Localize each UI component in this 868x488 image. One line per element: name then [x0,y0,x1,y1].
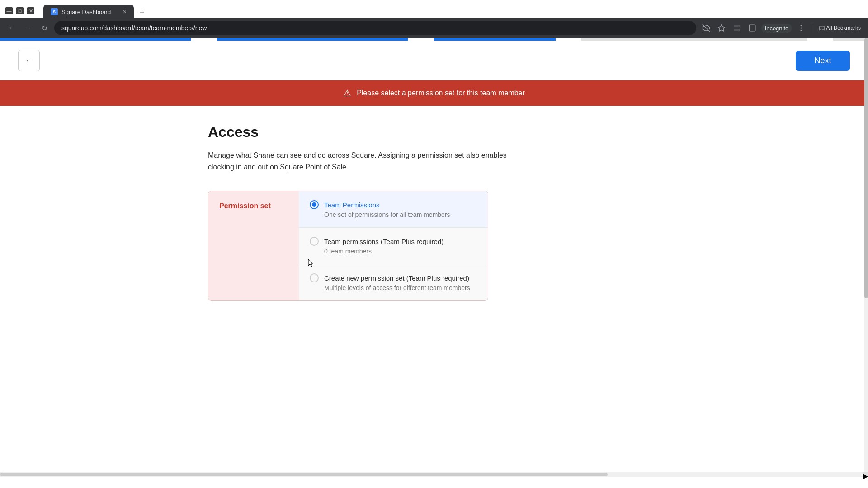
radio-team-plus[interactable] [310,237,319,246]
svg-point-3 [801,25,802,26]
eye-slash-icon[interactable] [700,22,712,34]
svg-point-5 [801,30,802,31]
error-message: Please select a permission set for this … [357,89,525,97]
toolbar-actions: Incognito All Bookmarks [700,22,863,34]
scrollbar-track[interactable] [864,38,868,472]
refresh-button[interactable]: ↻ [38,22,51,34]
browser-toolbar: ← → ↻ [0,18,868,38]
main-content: Access Manage what Shane can see and do … [163,106,705,319]
bookmarks-icon[interactable]: All Bookmarks [817,22,863,34]
active-tab[interactable]: S Square Dashboard × [43,5,134,19]
back-arrow-icon: ← [25,56,33,66]
radio-team-permissions[interactable] [310,200,319,209]
browser-chrome: — □ ✕ S Square Dashboard × + ← → ↻ [0,0,868,38]
permission-option-create-new[interactable]: Create new permission set (Team Plus req… [299,264,488,300]
page-title: Access [208,124,660,141]
svg-rect-2 [749,25,755,31]
tab-close-button[interactable]: × [123,8,127,15]
new-tab-button[interactable]: + [136,6,148,19]
permission-set-label: Permission set [219,202,271,210]
progress-segment-2 [217,38,408,41]
minimize-button[interactable]: — [5,7,13,14]
permission-option-team-permissions[interactable]: Team Permissions One set of permissions … [299,191,488,228]
menu-icon[interactable] [795,22,807,34]
permission-option-team-plus[interactable]: Team permissions (Team Plus required) 0 … [299,228,488,264]
close-button[interactable]: ✕ [27,7,34,14]
h-scrollbar-thumb[interactable] [0,473,608,476]
back-nav-button[interactable]: ← [5,22,18,34]
progress-segment-5 [833,38,868,41]
option-subtitle-team-permissions: One set of permissions for all team memb… [310,211,477,218]
option-row-2: Team permissions (Team Plus required) [310,237,477,246]
forward-nav-button[interactable]: → [22,22,34,34]
option-title-create-new: Create new permission set (Team Plus req… [324,274,469,282]
maximize-button[interactable]: □ [16,7,24,14]
titlebar: — □ ✕ S Square Dashboard × + [0,0,868,18]
option-title-team-permissions: Team Permissions [324,201,380,209]
radio-inner-1 [312,202,316,207]
permission-set-card: Permission set Team Permissions One set … [208,191,488,301]
option-title-team-plus: Team permissions (Team Plus required) [324,238,443,245]
page-description: Manage what Shane can see and do across … [208,150,524,173]
svg-marker-1 [718,25,725,31]
progress-segment-1 [0,38,191,41]
permission-label-column: Permission set [208,191,299,300]
option-row-3: Create new permission set (Team Plus req… [310,273,477,282]
radio-create-new[interactable] [310,273,319,282]
error-banner: ⚠ Please select a permission set for thi… [0,80,868,106]
profile-icon[interactable] [746,22,759,34]
star-icon[interactable] [715,22,728,34]
incognito-label: Incognito [761,24,793,33]
next-button[interactable]: Next [796,51,850,71]
scroll-right-button[interactable]: ▶ [863,472,868,477]
tab-favicon: S [51,8,58,15]
svg-point-4 [801,28,802,28]
permission-options-column: Team Permissions One set of permissions … [299,191,488,300]
page-content: ← Next ⚠ Please select a permission set … [0,38,868,472]
back-button[interactable]: ← [18,50,40,71]
scrollbar-thumb[interactable] [864,38,868,298]
window-controls[interactable]: — □ ✕ [5,7,34,14]
option-row-1: Team Permissions [310,200,477,209]
option-subtitle-create-new: Multiple levels of access for different … [310,284,477,291]
address-bar[interactable] [54,21,696,35]
progress-segment-4 [581,38,807,41]
extensions-icon[interactable] [731,22,743,34]
warning-icon: ⚠ [343,88,351,99]
progress-segment-3 [434,38,556,41]
navigation-area: ← Next [0,41,868,80]
option-subtitle-team-plus: 0 team members [310,248,477,255]
horizontal-scrollbar[interactable]: ▶ [0,472,868,477]
progress-bar [0,38,868,41]
tab-title: Square Dashboard [61,9,111,15]
